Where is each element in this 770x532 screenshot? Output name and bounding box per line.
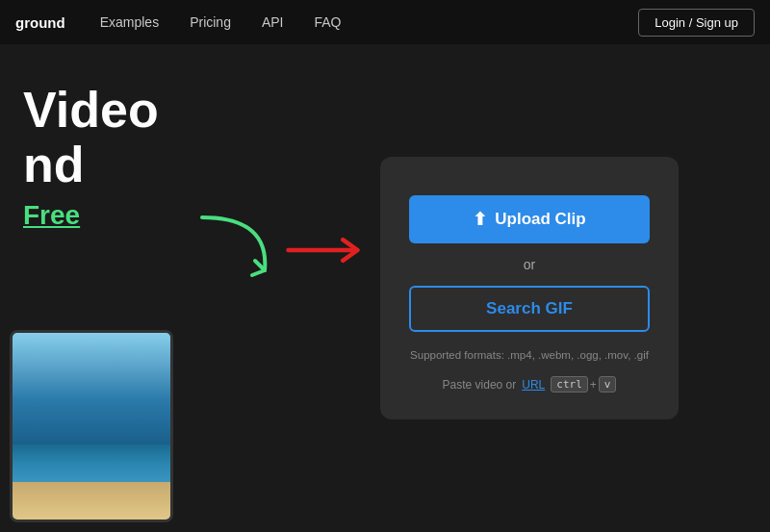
paste-label: Paste video or [443,378,517,392]
or-label: or [524,257,535,272]
nav-link-examples[interactable]: Examples [89,11,170,34]
video-thumbnail [10,330,173,522]
v-key: v [599,376,617,393]
nav-link-pricing[interactable]: Pricing [178,11,243,34]
url-link[interactable]: URL [522,378,545,392]
hero-section: Video nd Free ⬆ Upl [0,44,770,532]
search-gif-button[interactable]: Search GIF [409,286,650,332]
upload-panel: ⬆ Upload Clip or Search GIF Supported fo… [380,157,679,419]
nav-brand[interactable]: ground [15,14,65,31]
hero-title: Video nd [23,83,270,192]
navbar: ground Examples Pricing API FAQ Login / … [0,0,770,44]
green-arrow-icon [192,208,279,294]
hero-right: ⬆ Upload Clip or Search GIF Supported fo… [289,44,770,532]
upload-icon: ⬆ [473,209,487,230]
paste-row: Paste video or URL ctrl + v [443,376,617,393]
nav-link-faq[interactable]: FAQ [303,11,353,34]
keyboard-shortcut: ctrl + v [551,376,616,393]
supported-formats-text: Supported formats: .mp4, .webm, .ogg, .m… [410,349,649,361]
nav-link-api[interactable]: API [250,11,295,34]
nav-links: Examples Pricing API FAQ [89,11,639,34]
login-button[interactable]: Login / Sign up [638,9,755,37]
upload-clip-button[interactable]: ⬆ Upload Clip [409,195,650,243]
ctrl-key: ctrl [551,376,588,393]
red-arrow-icon [284,231,371,269]
hero-left: Video nd Free [0,44,289,532]
